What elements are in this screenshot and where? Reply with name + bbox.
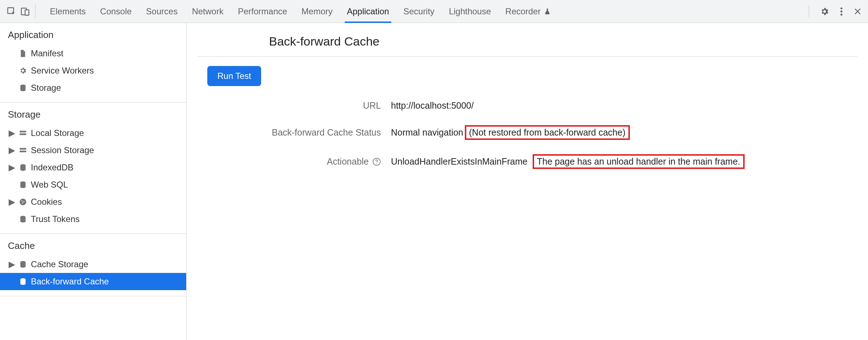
svg-point-5 [840, 13, 842, 15]
close-icon[interactable] [854, 8, 862, 15]
tab-label: Recorder [505, 6, 541, 16]
table-icon [19, 146, 27, 155]
svg-point-15 [23, 201, 24, 202]
status-paren-text: (Not restored from back-forward cache) [469, 127, 626, 137]
tab-application[interactable]: Application [347, 0, 389, 23]
row-url: URL http://localhost:5000/ [197, 100, 857, 111]
device-toolbar-icon[interactable] [20, 6, 30, 16]
label-url: URL [197, 100, 391, 111]
info-grid: URL http://localhost:5000/ Back-forward … [197, 100, 857, 169]
svg-point-4 [840, 10, 842, 12]
sidebar-item-label: Service Workers [31, 66, 94, 76]
kebab-menu-icon[interactable] [840, 7, 843, 16]
gear-icon[interactable] [820, 7, 829, 16]
sidebar-item-indexeddb[interactable]: ▶ IndexedDB [0, 159, 186, 176]
svg-rect-9 [20, 148, 26, 150]
tab-elements[interactable]: Elements [50, 0, 86, 23]
tab-label: Console [100, 6, 132, 16]
divider [0, 296, 186, 296]
sidebar-item-storage[interactable]: Storage [0, 79, 186, 96]
sidebar-item-cache-storage[interactable]: ▶ Cache Storage [0, 256, 186, 273]
tab-label: Security [404, 6, 435, 16]
tab-security[interactable]: Security [404, 0, 435, 23]
sidebar-item-trust-tokens[interactable]: Trust Tokens [0, 211, 186, 228]
divider [197, 56, 857, 57]
sidebar-section-storage: Storage [0, 103, 186, 124]
sidebar-item-label: Local Storage [31, 128, 84, 138]
svg-point-3 [840, 7, 842, 9]
svg-rect-7 [20, 131, 26, 133]
svg-rect-2 [25, 10, 29, 15]
svg-point-14 [22, 200, 23, 202]
svg-rect-8 [20, 133, 26, 135]
sidebar-section-application: Application [0, 23, 186, 45]
sidebar-item-label: Storage [31, 83, 61, 93]
database-icon [19, 215, 27, 223]
sidebar-item-label: Back-forward Cache [31, 277, 109, 287]
tab-label: Memory [302, 6, 333, 16]
tab-memory[interactable]: Memory [302, 0, 333, 23]
expand-icon[interactable]: ▶ [9, 145, 15, 155]
flask-icon [544, 8, 551, 15]
devtools-tab-bar: Elements Console Sources Network Perform… [0, 0, 868, 23]
devtools-tabs: Elements Console Sources Network Perform… [40, 0, 797, 23]
label-actionable-text: Actionable [327, 156, 369, 167]
sidebar-item-local-storage[interactable]: ▶ Local Storage [0, 124, 186, 142]
sidebar-item-cookies[interactable]: ▶ Cookies [0, 193, 186, 211]
expand-icon[interactable]: ▶ [9, 162, 15, 173]
divider [809, 5, 809, 18]
svg-point-16 [22, 202, 23, 203]
status-highlight-box: (Not restored from back-forward cache) [465, 125, 630, 140]
gear-icon [19, 66, 27, 75]
value-bfcache-status: Normal navigation (Not restored from bac… [391, 125, 857, 140]
status-main-text: Normal navigation [391, 127, 463, 138]
run-test-button[interactable]: Run Test [207, 66, 261, 86]
page-title: Back-forward Cache [269, 34, 857, 48]
top-left-icon-group [6, 4, 36, 19]
inspect-element-icon[interactable] [6, 6, 16, 16]
sidebar-item-manifest[interactable]: Manifest [0, 45, 186, 62]
help-circle-icon[interactable] [372, 157, 381, 166]
actionable-explain-text: The page has an unload handler in the ma… [537, 156, 740, 166]
tab-console[interactable]: Console [100, 0, 132, 23]
database-icon [19, 180, 27, 189]
svg-point-21 [376, 163, 377, 164]
cookie-icon [19, 198, 27, 206]
document-icon [19, 49, 27, 58]
sidebar-item-label: IndexedDB [31, 162, 74, 173]
tab-label: Network [192, 6, 223, 16]
label-bfcache-status: Back-forward Cache Status [197, 127, 391, 138]
tab-label: Sources [146, 6, 178, 16]
sidebar-item-session-storage[interactable]: ▶ Session Storage [0, 142, 186, 159]
tab-lighthouse[interactable]: Lighthouse [449, 0, 491, 23]
tab-network[interactable]: Network [192, 0, 223, 23]
sidebar-item-label: Cache Storage [31, 259, 88, 269]
expand-icon[interactable]: ▶ [9, 128, 15, 138]
tab-performance[interactable]: Performance [238, 0, 287, 23]
expand-icon[interactable]: ▶ [9, 259, 15, 269]
database-icon [19, 84, 27, 92]
tab-recorder[interactable]: Recorder [505, 0, 551, 23]
value-actionable: UnloadHandlerExistsInMainFrame The page … [391, 154, 857, 169]
sidebar-item-web-sql[interactable]: Web SQL [0, 176, 186, 193]
sidebar-item-label: Cookies [31, 197, 62, 207]
table-icon [19, 129, 27, 137]
tab-label: Elements [50, 6, 86, 16]
database-icon [19, 260, 27, 269]
row-actionable: Actionable UnloadHandlerExistsInMainFram… [197, 154, 857, 169]
sidebar-item-service-workers[interactable]: Service Workers [0, 62, 186, 79]
tab-sources[interactable]: Sources [146, 0, 178, 23]
application-sidebar: Application Manifest Service Workers [0, 23, 187, 340]
row-bfcache-status: Back-forward Cache Status Normal navigat… [197, 125, 857, 140]
label-actionable: Actionable [197, 156, 391, 167]
sidebar-section-cache: Cache [0, 234, 186, 256]
top-right-icon-group [802, 5, 862, 18]
actionable-code: UnloadHandlerExistsInMainFrame [391, 156, 528, 167]
svg-rect-10 [20, 151, 26, 152]
content-panel: Back-forward Cache Run Test URL http://l… [187, 23, 868, 340]
sidebar-item-back-forward-cache[interactable]: Back-forward Cache [0, 273, 186, 290]
sidebar-item-label: Trust Tokens [31, 214, 80, 224]
expand-icon[interactable]: ▶ [9, 197, 15, 207]
tab-label: Performance [238, 6, 287, 16]
svg-point-13 [20, 199, 26, 205]
